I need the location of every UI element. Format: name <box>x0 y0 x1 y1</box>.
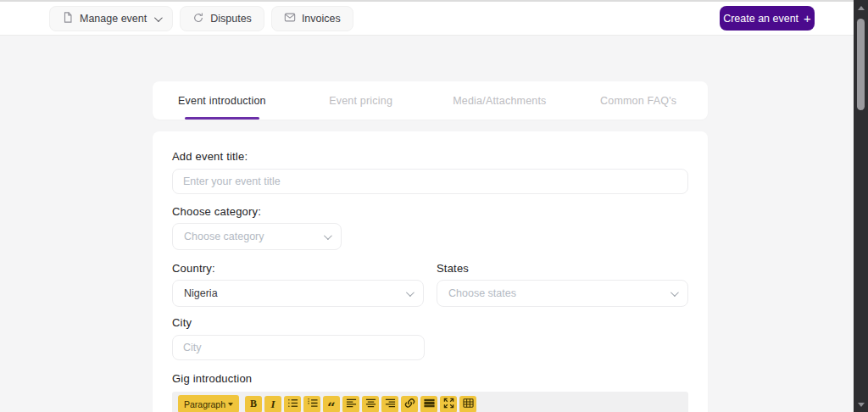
disputes-button[interactable]: Disputes <box>180 6 264 31</box>
category-label: Choose category: <box>172 205 688 219</box>
table-button[interactable] <box>459 396 476 412</box>
align-right-button[interactable] <box>381 396 398 412</box>
manage-event-button[interactable]: Manage event <box>49 6 173 31</box>
tab-label: Media/Attachments <box>453 95 546 107</box>
link-button[interactable] <box>401 396 418 412</box>
form-tabs: Event introduction Event pricing Media/A… <box>153 81 708 120</box>
chevron-down-icon <box>228 403 233 406</box>
paragraph-format-select[interactable]: Paragraph <box>178 395 239 412</box>
horizontal-rule-icon <box>424 398 435 411</box>
align-left-button[interactable] <box>342 396 359 412</box>
create-event-label: Create an event <box>723 13 798 25</box>
italic-button[interactable]: I <box>264 396 281 412</box>
event-title-label: Add event title: <box>172 150 688 164</box>
ordered-list-icon <box>307 398 318 411</box>
category-select[interactable]: Choose category <box>172 223 342 250</box>
envelope-icon <box>284 12 296 25</box>
bold-icon: B <box>250 398 257 410</box>
nav-button-group: Manage event Disputes Invoices <box>49 6 353 31</box>
manage-event-label: Manage event <box>80 13 147 25</box>
paragraph-format-value: Paragraph <box>184 399 225 409</box>
scrollbar[interactable] <box>854 0 868 412</box>
scrollbar-thumb[interactable] <box>857 19 865 110</box>
chevron-down-icon <box>154 14 163 22</box>
chevron-down-icon <box>406 288 415 297</box>
fullscreen-icon <box>443 398 454 411</box>
bold-button[interactable]: B <box>245 396 262 412</box>
gig-introduction-label: Gig introduction <box>172 372 688 386</box>
align-left-icon <box>346 398 357 411</box>
tab-media-attachments[interactable]: Media/Attachments <box>431 81 570 120</box>
invoices-label: Invoices <box>302 13 341 25</box>
blockquote-button[interactable]: “ <box>323 396 340 412</box>
tab-label: Event introduction <box>178 95 266 107</box>
create-event-button[interactable]: Create an event + <box>720 6 815 31</box>
states-label: States <box>437 262 688 276</box>
tab-label: Common FAQ's <box>600 95 676 107</box>
ordered-list-button[interactable] <box>303 396 320 412</box>
table-icon <box>463 398 474 411</box>
horizontal-rule-button[interactable] <box>420 396 437 412</box>
scrollbar-down-arrow[interactable] <box>858 403 865 407</box>
align-center-button[interactable] <box>362 396 379 412</box>
scrollbar-up-arrow[interactable] <box>858 6 865 10</box>
plus-icon: + <box>804 12 811 25</box>
country-label: Country: <box>172 262 424 276</box>
states-select-value: Choose states <box>448 287 516 299</box>
bullet-list-button[interactable] <box>284 396 301 412</box>
event-title-input[interactable] <box>172 169 688 194</box>
category-select-value: Choose category <box>184 231 264 242</box>
italic-icon: I <box>270 398 275 411</box>
event-introduction-form: Add event title: Choose category: Choose… <box>153 131 708 412</box>
states-select[interactable]: Choose states <box>437 280 688 307</box>
chevron-down-icon <box>670 288 679 297</box>
city-label: City <box>172 316 688 330</box>
top-navbar: Manage event Disputes Invoices Create an… <box>0 2 854 36</box>
tab-label: Event pricing <box>329 95 392 107</box>
country-select-value: Nigeria <box>184 287 218 299</box>
rich-text-toolbar: Paragraph B I <box>172 392 688 412</box>
fullscreen-button[interactable] <box>440 396 457 412</box>
tab-event-pricing[interactable]: Event pricing <box>292 81 431 120</box>
align-right-icon <box>385 398 396 411</box>
disputes-label: Disputes <box>210 13 252 25</box>
chevron-down-icon <box>324 231 332 240</box>
bullet-list-icon <box>287 398 298 411</box>
file-icon <box>62 11 74 26</box>
country-select[interactable]: Nigeria <box>172 280 424 307</box>
city-input[interactable] <box>172 335 425 360</box>
tab-event-introduction[interactable]: Event introduction <box>153 81 292 120</box>
blockquote-icon: “ <box>327 398 336 410</box>
tab-common-faqs[interactable]: Common FAQ's <box>569 81 708 120</box>
refresh-icon <box>192 12 204 26</box>
align-center-icon <box>365 398 376 411</box>
invoices-button[interactable]: Invoices <box>271 6 353 31</box>
link-icon <box>404 398 415 411</box>
